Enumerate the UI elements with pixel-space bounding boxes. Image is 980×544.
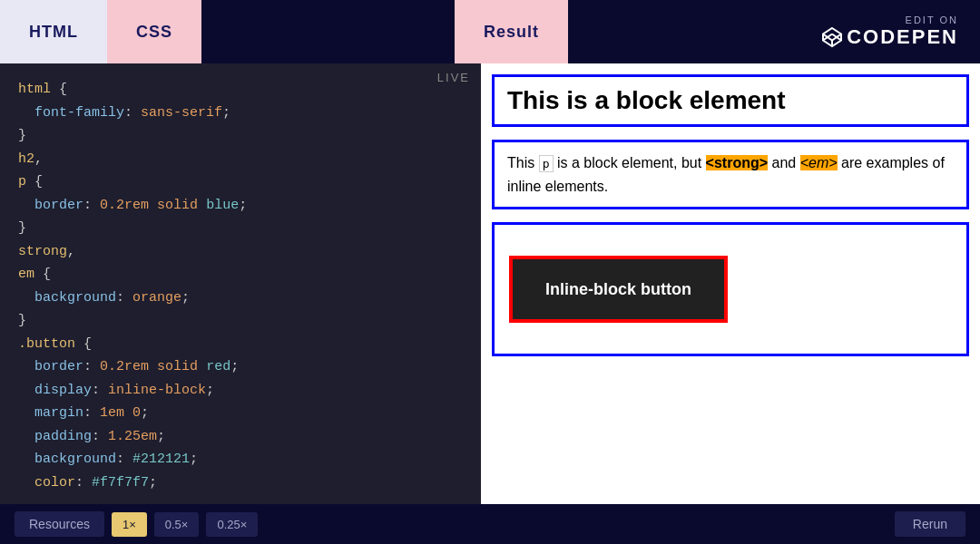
code-line-14: display: inline-block; [18,379,463,403]
code-line-1: html { [18,78,463,102]
inline-block-button[interactable]: Inline-block button [509,256,728,323]
p-em-tag: <em> [800,155,838,170]
code-editor[interactable]: html { font-family: sans-serif; } h2, p … [0,63,481,509]
bottom-bar: Resources 1× 0.5× 0.25× Rerun [0,504,980,544]
result-paragraph: This p is a block element, but <strong> … [492,140,969,209]
code-line-16: padding: 1.25em; [18,425,463,449]
p-text-mid2: and [768,155,800,170]
code-line-18: color: #f7f7f7; [18,471,463,495]
code-line-10: background: orange; [18,287,463,310]
zoom-1x-button[interactable]: 1× [112,512,147,537]
p-text-mid: is a block element, but [554,155,706,170]
top-spacer [201,0,455,63]
code-panel: LIVE html { font-family: sans-serif; } h… [0,63,481,544]
edit-on-label: EDIT ON [906,15,958,25]
zoom-025x-button[interactable]: 0.25× [206,512,258,537]
tab-css[interactable]: CSS [107,0,201,63]
code-line-6: border: 0.2rem solid blue; [18,194,463,218]
p-code-tag: p [539,155,554,172]
result-panel: This is a block element This p is a bloc… [481,63,980,544]
code-line-7: } [18,217,463,240]
code-line-4: h2, [18,148,463,171]
result-heading: This is a block element [492,74,969,127]
code-line-8: strong, [18,240,463,264]
code-line-3: } [18,124,463,148]
result-div-block: Inline-block button [492,222,969,356]
code-line-15: margin: 1em 0; [18,402,463,425]
codepen-logo: EDIT ON CODEPEN [821,0,980,63]
zoom-05x-button[interactable]: 0.5× [154,512,200,537]
top-spacer2 [568,0,821,63]
top-bar: HTML CSS Result EDIT ON CODEPEN [0,0,980,63]
codepen-icon [821,26,843,48]
codepen-brand: CODEPEN [821,25,958,49]
code-line-11: } [18,309,463,333]
tab-html[interactable]: HTML [0,0,107,63]
tab-result[interactable]: Result [455,0,568,63]
p-text-before: This [507,155,539,170]
code-line-2: font-family: sans-serif; [18,102,463,125]
code-line-12: .button { [18,333,463,356]
brand-text: CODEPEN [847,25,958,49]
live-badge: LIVE [437,71,470,84]
code-line-9: em { [18,263,463,287]
p-strong-tag: <strong> [706,155,768,170]
code-line-5: p { [18,170,463,194]
main-content: LIVE html { font-family: sans-serif; } h… [0,63,980,544]
rerun-button[interactable]: Rerun [895,511,965,537]
code-line-13: border: 0.2rem solid red; [18,355,463,379]
code-line-17: background: #212121; [18,448,463,471]
resources-button[interactable]: Resources [15,511,104,537]
